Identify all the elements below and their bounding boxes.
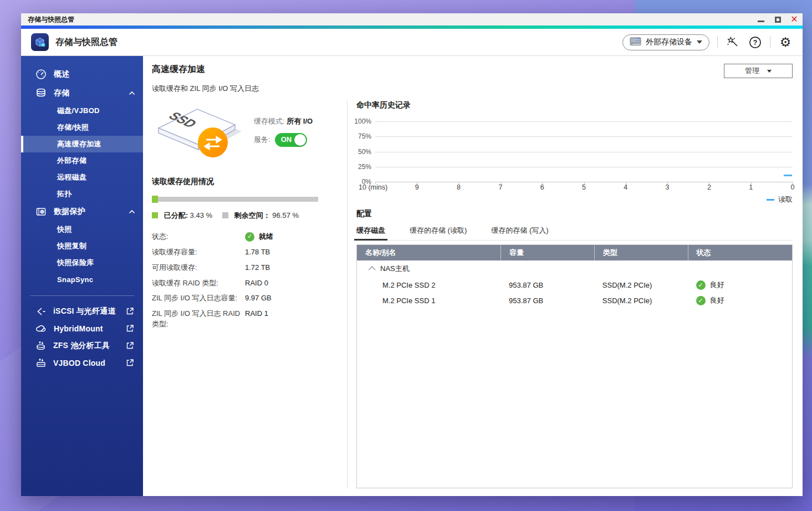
allocated-legend: 已分配: 3.43 %: [152, 211, 212, 221]
table-row[interactable]: M.2 PCIe SSD 2 953.87 GB SSD(M.2 PCIe) 良…: [357, 277, 792, 293]
cache-mode-value: 所有 I/O: [287, 117, 313, 125]
maximize-button[interactable]: [774, 16, 782, 23]
allocated-value: 3.43 %: [190, 211, 212, 219]
y-tick-label: 100%: [354, 117, 371, 125]
x-tick-label: 6: [540, 183, 544, 191]
header-separator: [770, 36, 770, 48]
sidebar-link-zfs-analyzer[interactable]: ZFS 池分析工具: [21, 337, 143, 354]
table-group-nas-host[interactable]: NAS主机: [357, 260, 792, 277]
sidebar-item-label: 快照保险库: [57, 258, 94, 268]
iscsi-icon: [35, 306, 47, 317]
page-title: 高速缓存加速: [152, 64, 205, 75]
usage-section-title: 读取缓存使用情况: [152, 177, 339, 187]
config-section-title: 配置: [356, 209, 793, 219]
svg-text:?: ?: [753, 39, 757, 47]
sidebar-item-remote-disk[interactable]: 远程磁盘: [21, 169, 143, 186]
manage-button[interactable]: 管理: [724, 64, 793, 78]
table-header: 名称/别名 容量 类型 状态: [357, 245, 792, 260]
x-tick-label: 10 (mins): [359, 183, 387, 191]
external-storage-device-label: 外部存储设备: [646, 37, 692, 47]
sidebar-item-snapsync[interactable]: SnapSync: [21, 271, 143, 288]
tab-cached-storage-read[interactable]: 缓存的存储 (读取): [410, 226, 467, 240]
column-header-name: 名称/别名: [357, 245, 501, 260]
cloud-icon: [35, 323, 47, 334]
read-series-swatch-icon: [767, 199, 774, 201]
help-icon[interactable]: ?: [748, 35, 762, 49]
x-tick-label: 4: [624, 183, 627, 191]
ssd-illustration: SSD: [152, 100, 246, 162]
tab-cache-disks[interactable]: 缓存磁盘: [356, 226, 385, 240]
close-button[interactable]: ✕: [790, 16, 798, 23]
sidebar-group-data-protection[interactable]: 数据保护: [21, 202, 143, 221]
detail-label: 状态:: [152, 232, 245, 242]
tab-label: 缓存的存储 (读取): [410, 226, 467, 234]
window-title: 存储与快照总管: [28, 15, 757, 24]
x-tick-label: 9: [415, 183, 419, 191]
sidebar-item-disks-vjbod[interactable]: 磁盘/VJBOD: [21, 103, 143, 119]
zfs-pool-icon: [35, 340, 47, 351]
chevron-up-icon: [369, 266, 376, 273]
chart-config-panel: 命中率历史记录 100% 75% 50% 25% 0%: [347, 100, 793, 488]
disk-name: M.2 PCIe SSD 1: [357, 297, 501, 305]
y-tick-label: 50%: [358, 148, 371, 156]
chart-plot-area: 100% 75% 50% 25% 0%: [375, 121, 793, 182]
window-controls: ✕: [757, 16, 798, 23]
sidebar-item-label: 拓扑: [57, 189, 72, 199]
detail-value: RAID 1: [245, 309, 339, 330]
header-separator: [717, 36, 718, 48]
sidebar-item-snapshot-vault[interactable]: 快照保险库: [21, 254, 143, 271]
chevron-up-icon: [129, 91, 135, 95]
toggle-on-label: ON: [281, 135, 292, 144]
status-value: 就绪: [245, 232, 339, 242]
column-header-capacity: 容量: [501, 245, 594, 260]
app-title: 存储与快照总管: [55, 37, 622, 48]
sidebar-item-label: 快照: [57, 224, 72, 234]
disk-status: 良好: [688, 280, 792, 290]
external-link-icon: [126, 307, 134, 315]
external-storage-device-button[interactable]: RAID 外部存储设备: [622, 34, 709, 50]
external-link-icon: [126, 341, 134, 350]
sidebar-link-iscsi[interactable]: iSCSI 与光纤通道: [21, 303, 143, 320]
sidebar-divider: [30, 295, 134, 296]
wizard-wand-icon[interactable]: [726, 35, 740, 49]
free-value: 96.57 %: [272, 211, 299, 219]
chevron-down-icon: [767, 70, 772, 73]
sidebar-group-label: 存储: [54, 88, 121, 98]
app-icon: IO: [31, 33, 49, 51]
header-actions: RAID 外部存储设备: [622, 34, 793, 50]
sidebar-item-cache-acceleration[interactable]: 高速缓存加速: [21, 136, 143, 152]
free-label: 剩余空间：: [234, 211, 270, 219]
storage-stack-icon: [35, 88, 47, 99]
minimize-button[interactable]: [757, 16, 765, 23]
sidebar-item-snapshots[interactable]: 快照: [21, 221, 143, 238]
tab-label: 缓存的存储 (写入): [491, 226, 548, 234]
x-tick-label: 5: [582, 183, 586, 191]
service-toggle[interactable]: ON: [275, 133, 307, 147]
sidebar-group-label: 数据保护: [54, 207, 121, 217]
sidebar-item-external-storage[interactable]: 外部存储: [21, 152, 143, 169]
sidebar-item-topology[interactable]: 拓扑: [21, 186, 143, 202]
vjbod-cloud-icon: [35, 357, 47, 369]
sidebar-item-snapshot-replica[interactable]: 快照复制: [21, 238, 143, 254]
table-row[interactable]: M.2 PCIe SSD 1 953.87 GB SSD(M.2 PCIe) 良…: [357, 293, 792, 308]
toggle-knob: [294, 134, 306, 146]
service-label: 服务:: [254, 135, 270, 145]
y-tick-label: 75%: [358, 132, 371, 140]
cache-usage-allocated-segment: [152, 196, 158, 203]
sidebar-item-storage-snapshots[interactable]: 存储/快照: [21, 119, 143, 136]
sidebar-item-label: 存储/快照: [57, 122, 89, 132]
sidebar-link-vjbod-cloud[interactable]: VJBOD Cloud: [21, 354, 143, 371]
sidebar-item-overview[interactable]: 概述: [21, 65, 143, 84]
sidebar-group-storage[interactable]: 存储: [21, 84, 143, 103]
config-tabs: 缓存磁盘 缓存的存储 (读取) 缓存的存储 (写入): [356, 226, 793, 241]
x-tick-label: 2: [707, 183, 711, 191]
sidebar-link-hybridmount[interactable]: HybridMount: [21, 320, 143, 337]
tab-cached-storage-write[interactable]: 缓存的存储 (写入): [491, 226, 548, 240]
sidebar-item-label: 外部存储: [57, 156, 86, 166]
y-tick-label: 25%: [358, 163, 371, 171]
disk-type: SSD(M.2 PCIe): [594, 281, 688, 289]
free-swatch-icon: [222, 212, 228, 218]
read-series-label: 读取: [778, 195, 793, 205]
x-tick-label: 1: [749, 183, 753, 191]
settings-gear-icon[interactable]: ⚙: [778, 35, 793, 49]
